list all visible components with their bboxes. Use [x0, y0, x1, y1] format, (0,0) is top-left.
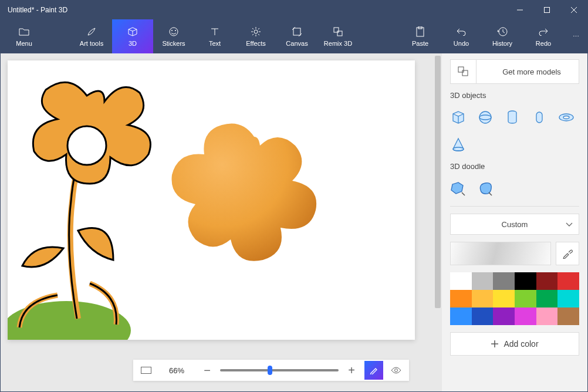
- text-button[interactable]: Text: [194, 19, 235, 53]
- eyedropper-button[interactable]: [556, 242, 579, 265]
- remix-icon: [333, 26, 343, 38]
- scrollbar-thumb[interactable]: [435, 56, 441, 308]
- view-mode-button[interactable]: [387, 361, 405, 380]
- svg-rect-26: [458, 67, 464, 72]
- svg-point-6: [175, 30, 176, 31]
- sphere-shape[interactable]: [477, 109, 494, 126]
- svg-rect-16: [293, 28, 300, 35]
- canvas-button[interactable]: Canvas: [276, 19, 317, 53]
- ribbon-bar: Menu Art tools 3D Stickers Text Effects …: [1, 19, 587, 53]
- zoom-toolbar: 66% − +: [133, 360, 409, 381]
- svg-rect-31: [536, 112, 542, 123]
- svg-point-4: [170, 28, 178, 36]
- doodle-sharp[interactable]: [450, 180, 467, 197]
- zoom-out-button[interactable]: −: [198, 361, 217, 380]
- redo-button[interactable]: Redo: [523, 19, 564, 53]
- svg-rect-18: [337, 31, 342, 36]
- svg-point-28: [479, 111, 491, 123]
- undo-button[interactable]: Undo: [441, 19, 482, 53]
- add-color-button[interactable]: Add color: [450, 332, 579, 356]
- minimize-button[interactable]: [506, 1, 533, 19]
- zoom-slider[interactable]: [220, 369, 339, 371]
- effects-button[interactable]: Effects: [235, 19, 276, 53]
- stickers-label: Stickers: [162, 40, 185, 47]
- color-swatch[interactable]: [536, 272, 558, 290]
- zoom-percent[interactable]: 66%: [159, 366, 194, 375]
- side-panel: Get more models 3D objects 3D doodle Cus…: [442, 53, 587, 391]
- svg-point-23: [67, 126, 106, 165]
- color-swatch[interactable]: [557, 307, 579, 325]
- doodle-soft[interactable]: [477, 180, 494, 197]
- more-button[interactable]: ⋯: [564, 19, 587, 53]
- color-swatch[interactable]: [557, 272, 579, 290]
- fit-screen-button[interactable]: [137, 361, 156, 380]
- color-swatch[interactable]: [493, 307, 515, 325]
- art-tools-label: Art tools: [80, 40, 103, 47]
- close-button[interactable]: [560, 1, 587, 19]
- color-swatch[interactable]: [450, 272, 472, 290]
- menu-label: Menu: [16, 40, 32, 47]
- material-select[interactable]: Custom: [450, 214, 579, 235]
- svg-rect-1: [545, 8, 550, 13]
- color-swatch[interactable]: [493, 290, 515, 307]
- canvas-icon: [292, 26, 302, 38]
- art-tools-button[interactable]: Art tools: [71, 19, 112, 53]
- svg-line-14: [258, 28, 259, 29]
- cube-shape[interactable]: [450, 109, 467, 126]
- paste-button[interactable]: Paste: [400, 19, 441, 53]
- title-bar: Untitled* - Paint 3D: [1, 1, 587, 19]
- effects-label: Effects: [246, 40, 265, 47]
- color-swatch[interactable]: [536, 290, 558, 307]
- cube-icon: [127, 26, 138, 38]
- get-models-button[interactable]: Get more models: [450, 59, 579, 84]
- canvas-viewport[interactable]: 66% − +: [1, 53, 442, 391]
- svg-rect-27: [462, 70, 468, 76]
- svg-line-15: [252, 34, 254, 35]
- color-swatch[interactable]: [472, 307, 494, 325]
- material-preview[interactable]: [450, 242, 551, 265]
- capsule-shape[interactable]: [531, 109, 548, 126]
- torus-shape[interactable]: [558, 109, 575, 126]
- color-swatch[interactable]: [515, 272, 536, 290]
- window-title: Untitled* - Paint 3D: [1, 6, 506, 14]
- svg-point-5: [171, 30, 173, 31]
- content-area: 66% − + Get more models 3D objects: [1, 53, 587, 391]
- menu-button[interactable]: Menu: [1, 19, 48, 53]
- svg-rect-24: [141, 367, 151, 374]
- folder-icon: [19, 26, 29, 38]
- 3d-button[interactable]: 3D: [112, 19, 153, 53]
- color-swatch[interactable]: [450, 290, 472, 307]
- add-color-label: Add color: [503, 339, 538, 349]
- color-swatch[interactable]: [472, 272, 494, 290]
- color-swatch[interactable]: [536, 307, 558, 325]
- svg-line-13: [258, 34, 259, 35]
- remix3d-button[interactable]: Remix 3D: [317, 19, 359, 53]
- color-swatch[interactable]: [515, 307, 536, 325]
- zoom-in-button[interactable]: +: [342, 361, 361, 380]
- text-icon: [209, 26, 220, 38]
- clipboard-icon: [415, 26, 425, 38]
- color-swatch[interactable]: [450, 307, 472, 325]
- cone-shape[interactable]: [450, 136, 467, 153]
- undo-label: Undo: [454, 40, 469, 47]
- history-icon: [497, 26, 508, 38]
- zoom-slider-knob[interactable]: [268, 366, 272, 375]
- 3d-doodle-grid: [450, 178, 579, 199]
- color-swatch[interactable]: [515, 290, 536, 307]
- cylinder-shape[interactable]: [504, 109, 521, 126]
- maximize-button[interactable]: [533, 1, 560, 19]
- stickers-button[interactable]: Stickers: [153, 19, 194, 53]
- material-select-label: Custom: [502, 220, 528, 229]
- canvas[interactable]: [8, 60, 415, 340]
- color-swatch[interactable]: [493, 272, 515, 290]
- history-button[interactable]: History: [482, 19, 523, 53]
- canvas-label: Canvas: [286, 40, 307, 47]
- edit-mode-button[interactable]: [364, 361, 383, 380]
- text-label: Text: [209, 40, 221, 47]
- color-swatch[interactable]: [472, 290, 494, 307]
- 3d-objects-grid: [450, 107, 579, 155]
- models-icon: [451, 60, 477, 83]
- paste-label: Paste: [412, 40, 428, 47]
- canvas-scrollbar[interactable]: [434, 53, 442, 391]
- color-swatch[interactable]: [557, 290, 579, 307]
